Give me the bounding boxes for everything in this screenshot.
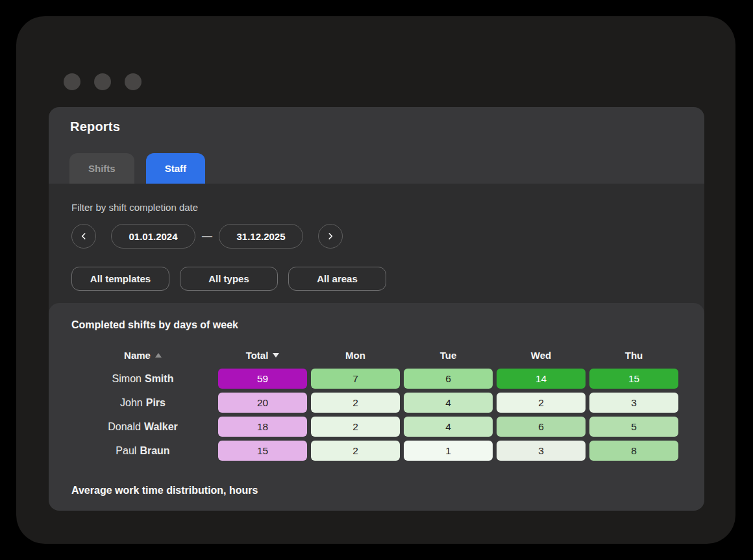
table-cell: 3 <box>497 441 586 461</box>
filter-dropdowns: All templates All types All areas <box>71 267 704 291</box>
window-control-dot-icon[interactable] <box>64 73 80 90</box>
tab-shifts[interactable]: Shifts <box>69 153 134 184</box>
table-cell: 5 <box>589 417 678 437</box>
avg-work-time-heading: Average work time distribution, hours <box>71 485 704 496</box>
first-name: Paul <box>116 445 136 457</box>
column-header-tue: Tue <box>404 345 493 365</box>
first-name: Donald <box>108 421 141 433</box>
filter-label: Filter by shift completion date <box>71 202 704 213</box>
column-header-label: Name <box>124 350 151 361</box>
tab-staff[interactable]: Staff <box>146 153 205 184</box>
date-range-controls: 01.01.2024 — 31.12.2025 <box>71 224 704 249</box>
table-cell: 3 <box>589 393 678 413</box>
types-filter-dropdown[interactable]: All types <box>180 267 278 291</box>
table-cell: 1 <box>404 441 493 461</box>
first-name: Simon <box>112 373 142 385</box>
table-cell: 59 <box>218 369 307 389</box>
page-title: Reports <box>70 119 120 134</box>
table-cell: 8 <box>589 441 678 461</box>
report-tabs: Shifts Staff <box>69 153 205 184</box>
reports-header: Reports Shifts Staff <box>49 107 704 184</box>
table-cell: 4 <box>404 417 493 437</box>
table-cell: 2 <box>311 441 400 461</box>
column-header-thu: Thu <box>589 345 678 365</box>
next-period-button[interactable] <box>318 224 343 249</box>
column-header-mon: Mon <box>311 345 400 365</box>
window-control-dot-icon[interactable] <box>125 73 142 90</box>
table-cell: 15 <box>218 441 307 461</box>
date-range-separator: — <box>202 230 212 242</box>
table-row-name: Simon Smith <box>71 369 214 389</box>
table-row-name: Donald Walker <box>71 417 214 437</box>
table-cell: 2 <box>311 393 400 413</box>
last-name: Walker <box>144 421 178 433</box>
sort-asc-icon <box>155 353 162 358</box>
column-header-name[interactable]: Name <box>71 345 214 365</box>
app-window: Reports Shifts Staff Filter by shift com… <box>16 16 735 544</box>
date-from-field[interactable]: 01.01.2024 <box>111 224 195 249</box>
date-to-field[interactable]: 31.12.2025 <box>219 224 303 249</box>
last-name: Braun <box>140 445 169 457</box>
prev-period-button[interactable] <box>71 224 96 249</box>
table-cell: 6 <box>497 417 586 437</box>
window-controls <box>64 73 142 90</box>
table-cell: 6 <box>404 369 493 389</box>
table-title: Completed shifts by days of week <box>71 319 704 331</box>
shifts-table: Name Total Mon Tue Wed Thu Simon Smith 5… <box>71 345 678 461</box>
column-header-wed: Wed <box>497 345 586 365</box>
reports-card: Reports Shifts Staff Filter by shift com… <box>49 107 704 511</box>
table-row-name: John Pirs <box>71 393 214 413</box>
chevron-left-icon <box>79 232 88 241</box>
table-cell: 20 <box>218 393 307 413</box>
column-header-label: Total <box>246 350 269 361</box>
column-header-total[interactable]: Total <box>218 345 307 365</box>
sort-desc-icon <box>273 353 279 358</box>
table-row-name: Paul Braun <box>71 441 214 461</box>
completed-shifts-panel: Completed shifts by days of week Name To… <box>49 303 704 511</box>
filter-section: Filter by shift completion date 01.01.20… <box>49 184 704 303</box>
table-cell: 18 <box>218 417 307 437</box>
last-name: Pirs <box>146 397 166 409</box>
table-cell: 2 <box>311 417 400 437</box>
table-cell: 4 <box>404 393 493 413</box>
window-control-dot-icon[interactable] <box>94 73 111 90</box>
chevron-right-icon <box>326 232 335 241</box>
first-name: John <box>120 397 143 409</box>
last-name: Smith <box>145 373 173 385</box>
table-cell: 15 <box>589 369 678 389</box>
table-cell: 14 <box>497 369 586 389</box>
table-cell: 2 <box>497 393 586 413</box>
table-cell: 7 <box>311 369 400 389</box>
areas-filter-dropdown[interactable]: All areas <box>288 267 386 291</box>
templates-filter-dropdown[interactable]: All templates <box>71 267 169 291</box>
